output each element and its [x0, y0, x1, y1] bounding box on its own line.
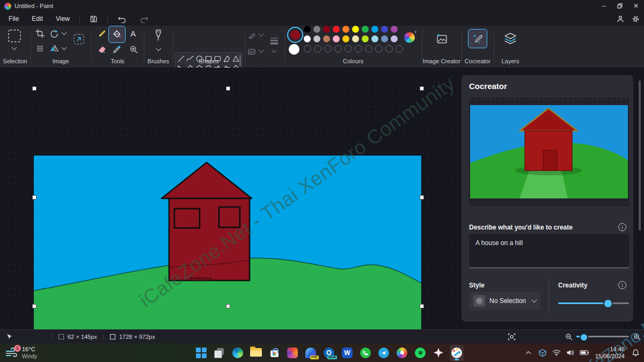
palette-empty-slot[interactable]: [304, 45, 311, 53]
palette-swatch[interactable]: [362, 26, 369, 33]
text-tool-button[interactable]: A: [130, 29, 136, 38]
panel-scrollbar[interactable]: [639, 80, 641, 231]
palette-swatch[interactable]: [391, 26, 398, 33]
menu-view[interactable]: View: [49, 12, 76, 26]
pattern-button[interactable]: [35, 44, 45, 53]
tray-app-hexagon-icon[interactable]: [537, 346, 548, 360]
palette-empty-slot[interactable]: [365, 45, 372, 53]
selection-tool-button[interactable]: [6, 28, 23, 44]
palette-swatch[interactable]: [313, 35, 320, 42]
creativity-info-icon[interactable]: i: [618, 281, 626, 289]
color-picker-tool-button[interactable]: [112, 45, 121, 54]
style-dropdown[interactable]: No Selection: [469, 292, 540, 310]
palette-swatch[interactable]: [323, 35, 330, 42]
taskbar-whatsapp-icon[interactable]: [358, 345, 372, 361]
flip-dropdown-chevron-icon[interactable]: [62, 45, 67, 50]
palette-swatch[interactable]: [371, 26, 378, 33]
taskbar-copilot-icon[interactable]: PRE: [304, 345, 318, 361]
palette-swatch[interactable]: [362, 35, 369, 42]
taskbar-task-view-icon[interactable]: [213, 345, 226, 361]
zoom-slider-thumb[interactable]: [580, 333, 588, 342]
palette-swatch[interactable]: [304, 35, 311, 42]
palette-swatch[interactable]: [342, 35, 349, 42]
stroke-size-chevron-icon[interactable]: [272, 48, 277, 53]
redo-button[interactable]: [133, 12, 155, 26]
crop-button[interactable]: [35, 29, 45, 38]
stroke-size-button[interactable]: [269, 35, 280, 45]
taskbar-photos-icon[interactable]: [395, 345, 409, 361]
palette-swatch[interactable]: [342, 26, 349, 33]
selection-handle-top-right[interactable]: [420, 86, 424, 91]
prompt-textarea[interactable]: A house on a hill: [469, 234, 629, 268]
edit-colours-button[interactable]: +: [404, 32, 415, 43]
shape-outline-button[interactable]: [247, 31, 256, 40]
restore-button[interactable]: [612, 0, 628, 12]
palette-swatch[interactable]: [391, 35, 398, 42]
cocreator-button[interactable]: [468, 29, 487, 48]
palette-empty-slot[interactable]: [324, 45, 332, 53]
image-creator-button[interactable]: [435, 32, 448, 45]
brushes-dropdown-chevron-icon[interactable]: [156, 46, 162, 51]
rotate-button[interactable]: [49, 29, 59, 38]
rotate-dropdown-chevron-icon[interactable]: [62, 30, 67, 35]
taskbar-store-icon[interactable]: [267, 345, 281, 361]
flip-button[interactable]: [49, 44, 59, 53]
selection-handle-bottom-right[interactable]: [420, 304, 424, 308]
layers-button[interactable]: [503, 32, 517, 45]
describe-info-icon[interactable]: i: [618, 223, 626, 231]
palette-swatch[interactable]: [371, 35, 378, 42]
palette-empty-slot[interactable]: [334, 45, 342, 53]
taskbar-microsoft-365-icon[interactable]: [286, 345, 299, 361]
magnifier-tool-button[interactable]: [129, 45, 138, 54]
account-icon[interactable]: [617, 15, 624, 23]
menu-edit[interactable]: Edit: [25, 12, 49, 26]
eraser-tool-button[interactable]: [97, 45, 107, 54]
fit-to-screen-button[interactable]: [508, 333, 516, 341]
taskbar-clock[interactable]: 14:46 15/06/2024: [595, 346, 625, 360]
selection-handle-bottom-left[interactable]: [32, 304, 36, 308]
selection-handle-top-left[interactable]: [32, 86, 36, 91]
palette-swatch[interactable]: [333, 35, 340, 42]
palette-empty-slot[interactable]: [355, 45, 362, 53]
palette-swatch[interactable]: [352, 35, 359, 42]
zoom-in-button[interactable]: [633, 333, 641, 341]
wifi-icon[interactable]: [551, 346, 562, 360]
secondary-colour-swatch[interactable]: [289, 44, 299, 55]
undo-button[interactable]: [111, 12, 133, 26]
menu-file[interactable]: File: [2, 12, 25, 26]
close-button[interactable]: ✕: [628, 0, 644, 12]
palette-empty-slot[interactable]: [314, 45, 321, 53]
palette-swatch[interactable]: [381, 26, 388, 33]
weather-widget[interactable]: 1 16°C Windy: [5, 344, 37, 361]
taskbar-spotify-icon[interactable]: [413, 345, 427, 361]
palette-swatch[interactable]: [313, 26, 320, 33]
taskbar-outlook-icon[interactable]: ONEW: [322, 345, 336, 361]
save-button[interactable]: [83, 12, 104, 26]
volume-icon[interactable]: [565, 346, 576, 360]
taskbar-word-icon[interactable]: W: [340, 345, 354, 361]
selection-handle-middle-left[interactable]: [32, 195, 36, 200]
battery-icon[interactable]: [579, 346, 590, 360]
settings-gear-icon[interactable]: [632, 15, 640, 23]
zoom-slider[interactable]: [576, 336, 629, 337]
palette-empty-slot[interactable]: [345, 45, 352, 53]
primary-colour-swatch[interactable]: [287, 27, 303, 43]
taskbar-paint-icon[interactable]: [450, 345, 464, 361]
fill-tool-button[interactable]: [108, 26, 126, 43]
palette-swatch[interactable]: [304, 26, 311, 33]
palette-empty-slot[interactable]: [385, 45, 393, 53]
pencil-tool-button[interactable]: [97, 29, 107, 39]
resize-button[interactable]: [73, 33, 85, 45]
palette-swatch[interactable]: [381, 35, 388, 42]
taskbar-telegram-icon[interactable]: [377, 345, 391, 361]
taskbar-start-icon[interactable]: [194, 345, 208, 361]
tray-chevron-up-icon[interactable]: [523, 346, 534, 360]
taskbar-edge-icon[interactable]: [231, 345, 245, 361]
palette-swatch[interactable]: [352, 26, 359, 33]
palette-swatch[interactable]: [323, 26, 330, 33]
shape-fill-button[interactable]: [247, 47, 256, 56]
minimize-button[interactable]: –: [596, 0, 612, 12]
zoom-out-button[interactable]: [565, 333, 573, 341]
palette-empty-slot[interactable]: [375, 45, 383, 53]
selection-dropdown-chevron-icon[interactable]: [12, 45, 17, 50]
